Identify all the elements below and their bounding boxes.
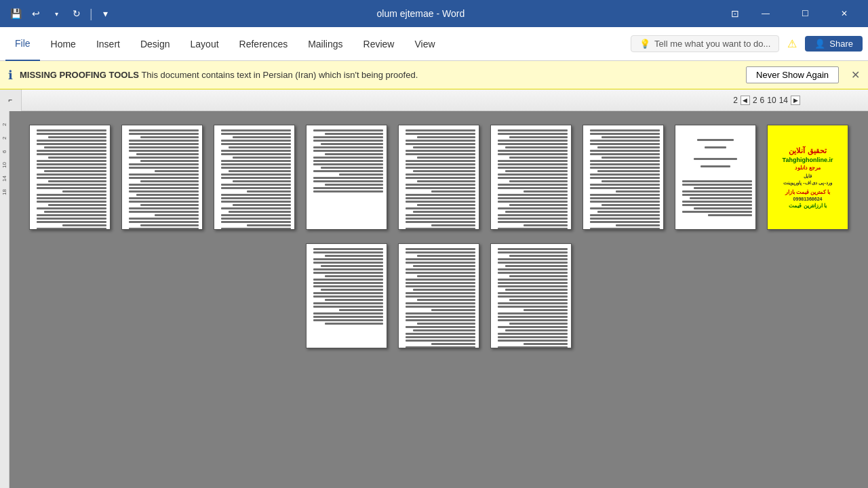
page-line	[690, 197, 752, 199]
page-line	[590, 143, 660, 145]
page-line	[524, 309, 568, 311]
focus-icon[interactable]: ⊡	[728, 7, 742, 20]
share-button[interactable]: 👤 Share	[805, 36, 863, 52]
page-line	[431, 343, 475, 345]
tab-design[interactable]: Design	[131, 27, 180, 61]
page-line	[498, 292, 568, 294]
page-line	[37, 221, 106, 223]
page-line	[233, 180, 291, 182]
page-line	[44, 170, 106, 172]
notification-message: This document contains text in Persian (…	[141, 70, 418, 80]
page-line	[406, 248, 475, 250]
page-line	[155, 214, 199, 216]
page-thumbnail-4[interactable]	[306, 125, 387, 230]
page-line	[406, 153, 475, 155]
page-line	[616, 224, 660, 226]
page-line	[509, 157, 568, 159]
tab-home[interactable]: Home	[41, 27, 85, 61]
page-line	[498, 296, 568, 298]
save-icon[interactable]: 💾	[8, 6, 23, 21]
maximize-button[interactable]: ☐	[789, 0, 821, 27]
ad-title-line1: تحقیق آنلاین	[789, 146, 826, 155]
page-thumbnail-11[interactable]	[398, 243, 479, 348]
tell-me-box[interactable]: 💡 Tell me what you want to do...	[631, 35, 779, 52]
document-area[interactable]: تحقیق آنلاین Tahghighonline.ir مرجع دانل…	[9, 111, 868, 488]
page-thumbnail-6[interactable]	[490, 125, 572, 230]
minimize-button[interactable]: —	[750, 0, 781, 27]
horizontal-ruler: ⌐ 2 ◀ 2 6 10 14 ▶	[0, 89, 868, 111]
page-line	[313, 262, 383, 264]
ruler-corner[interactable]: ⌐	[0, 89, 22, 111]
tab-view[interactable]: View	[405, 27, 444, 61]
customize-icon[interactable]: ▾	[98, 6, 113, 21]
page-thumbnail-5[interactable]	[398, 125, 479, 230]
page-line	[498, 306, 568, 308]
undo-dropdown[interactable]: ▾	[49, 6, 64, 21]
page-line	[431, 224, 475, 226]
page-line	[498, 153, 568, 155]
never-show-button[interactable]: Never Show Again	[746, 66, 839, 83]
page-line	[221, 150, 291, 152]
page-thumbnail-1[interactable]	[29, 125, 111, 230]
ruler-left-arrow[interactable]: ◀	[741, 96, 750, 105]
tab-mailings[interactable]: Mailings	[298, 27, 352, 61]
page-thumbnail-2[interactable]	[121, 125, 203, 230]
ad-line: با کمترین قیمت بازار	[785, 189, 831, 195]
redo-icon[interactable]: ↻	[69, 6, 84, 21]
page-line	[590, 187, 660, 189]
page-line	[498, 251, 568, 253]
page-thumbnail-10[interactable]	[306, 243, 387, 348]
page-line	[48, 180, 106, 182]
page-line	[406, 133, 475, 135]
page-line	[498, 214, 568, 216]
page-line	[413, 146, 475, 148]
page-line	[406, 221, 475, 223]
page-thumbnail-12[interactable]	[490, 243, 572, 348]
page-line	[221, 207, 291, 209]
tab-review[interactable]: Review	[354, 27, 404, 61]
page-line	[129, 133, 199, 135]
page-line	[221, 194, 291, 196]
notification-close-icon[interactable]: ✕	[851, 68, 860, 81]
page-line	[37, 197, 106, 199]
tab-insert[interactable]: Insert	[87, 27, 130, 61]
page-line	[229, 211, 291, 213]
page-line	[406, 316, 475, 318]
page-thumbnail-8[interactable]	[675, 125, 756, 230]
vruler-num: 6	[1, 145, 7, 159]
page-line	[325, 153, 383, 155]
page-line	[313, 302, 383, 304]
page-line	[406, 129, 475, 131]
ruler-num: 14	[779, 96, 788, 105]
page-line	[229, 146, 291, 148]
page-line	[406, 163, 475, 165]
page-thumbnail-3[interactable]	[214, 125, 295, 230]
tab-layout[interactable]: Layout	[181, 27, 229, 61]
tab-file[interactable]: File	[5, 27, 40, 61]
page-line	[37, 160, 106, 162]
page-line	[498, 272, 568, 274]
page-line	[247, 190, 291, 192]
page-line	[136, 194, 199, 196]
page-thumbnail-9-ad[interactable]: تحقیق آنلاین Tahghighonline.ir مرجع دانل…	[767, 125, 848, 230]
close-button[interactable]: ✕	[829, 0, 860, 27]
ruler-right-arrow[interactable]: ▶	[791, 96, 800, 105]
page-line	[417, 275, 475, 277]
page-line	[498, 346, 568, 348]
page-line	[313, 268, 383, 270]
undo-icon[interactable]: ↩	[28, 6, 43, 21]
page-thumbnail-7[interactable]	[583, 125, 664, 230]
page-line	[313, 279, 383, 281]
page-line	[590, 228, 660, 230]
page-line	[321, 167, 383, 169]
page-line	[498, 262, 568, 264]
page-line	[221, 163, 291, 165]
tab-references[interactable]: References	[230, 27, 298, 61]
page-line	[313, 177, 383, 179]
page-line	[498, 221, 568, 223]
page-line	[697, 139, 734, 141]
page-line	[406, 160, 475, 162]
page-line	[498, 268, 568, 270]
page-line	[498, 218, 568, 220]
page-line	[129, 207, 199, 209]
